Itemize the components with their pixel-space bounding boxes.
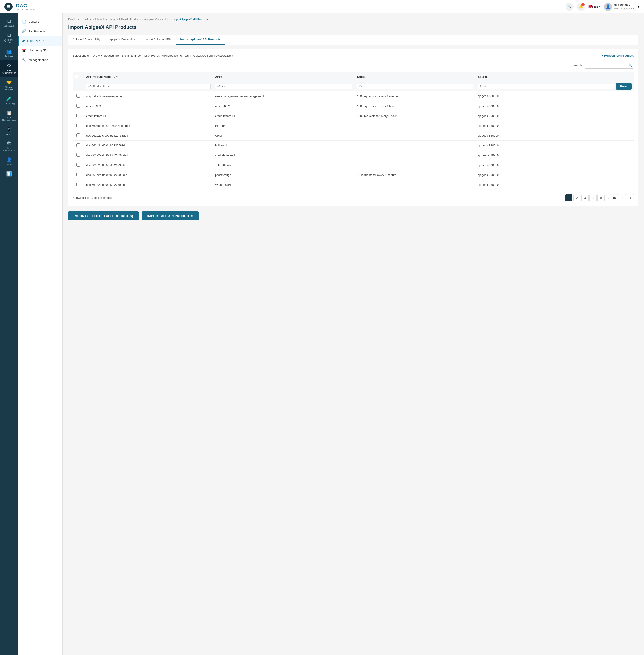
pagination-row: Showing 1 to 10 of 146 entries 1 2 3 4 5… — [73, 194, 634, 202]
table-row: dac-661e2efdfd0afb2820798de1 credit-lett… — [73, 150, 634, 160]
user-text: Hi Swetha V swetha.v@digitala... — [614, 3, 636, 10]
sidebar-item-reports[interactable]: 📊 — [0, 168, 18, 180]
sidebar-label-partners: Partners — [5, 55, 13, 58]
row-checkbox-8[interactable] — [76, 173, 80, 177]
row-apis-8: passthrough — [213, 170, 355, 180]
tab-import-apis[interactable]: Import ApigeeX APIs — [140, 34, 176, 45]
second-sidebar-item-management-a[interactable]: 🔧 Management A... — [18, 55, 62, 65]
second-sidebar-label-management-a: Management A... — [29, 59, 50, 62]
language-selector[interactable]: 🇬🇧 EN ▾ — [588, 4, 601, 9]
row-source-6: apigeex-330910 — [476, 150, 634, 160]
row-checkbox-4[interactable] — [76, 134, 80, 137]
table-row: dac-661e2efffd0afb2820798dea sof-authori… — [73, 160, 634, 170]
row-checkbox-9[interactable] — [76, 183, 80, 186]
description-row: Select one or more API products from the… — [73, 54, 634, 57]
second-sidebar-item-upcoming-api[interactable]: 📅 Upcoming API ... — [18, 46, 62, 55]
filter-checkbox-cell — [73, 82, 84, 91]
sidebar-item-dashboard[interactable]: ⊞ Dashboard — [0, 16, 18, 30]
page-btn-3[interactable]: 3 — [581, 194, 589, 202]
user-info[interactable]: 👤 Hi Swetha V swetha.v@digitala... ▾ — [604, 3, 640, 11]
row-checkbox-cell-3 — [73, 121, 84, 131]
filter-apis-cell — [213, 82, 355, 91]
row-checkbox-cell-8 — [73, 170, 84, 180]
notification-button[interactable]: 🔔 0 — [577, 3, 585, 11]
search-magnifier-icon: 🔍 — [628, 64, 632, 67]
filter-quota-cell — [355, 82, 476, 91]
row-checkbox-0[interactable] — [76, 94, 80, 98]
user-email: swetha.v@digitala... — [614, 7, 636, 10]
header-quota: Quota — [355, 72, 476, 82]
table-row: dac-661e2efdfd0afb2820798ddb helloworld … — [73, 140, 634, 150]
second-sidebar-item-import-apis[interactable]: ⟳ Import APIs /... — [18, 36, 62, 46]
row-checkbox-1[interactable] — [76, 104, 80, 108]
page-btn-15[interactable]: 15 — [611, 194, 618, 202]
page-btn-2[interactable]: 2 — [573, 194, 580, 202]
table-row: dac-661e2efffd0afb2820798def WeatherAPI … — [73, 180, 634, 190]
second-sidebar-item-api-products[interactable]: 🔗 API Products — [18, 26, 62, 36]
manage-partners-icon: 🤝 — [6, 79, 12, 85]
select-all-checkbox[interactable] — [75, 75, 78, 78]
sidebar-item-partners[interactable]: 👥 Partners — [0, 46, 18, 60]
row-source-9: apigeex-330910 — [476, 180, 634, 190]
import-all-button[interactable]: Import All API Products — [142, 211, 199, 220]
filter-api-product-name-cell — [84, 82, 213, 91]
row-source-1: apigeex-330910 — [476, 101, 634, 111]
sidebar-item-api-testing[interactable]: 🧪 API Testing — [0, 93, 18, 108]
breadcrumb-dashboard[interactable]: Dashboard — [68, 18, 82, 21]
table-header-row: API Product Name ▲▼ API(s) Quota Source — [73, 72, 634, 82]
row-checkbox-3[interactable] — [76, 124, 80, 127]
breadcrumb-api-administration[interactable]: API Administration — [85, 18, 107, 21]
search-input[interactable] — [585, 62, 634, 69]
row-apis-4: CRM — [213, 131, 355, 140]
filter-apis[interactable] — [215, 84, 352, 89]
hamburger-button[interactable]: ☰ — [4, 3, 13, 11]
page-last-btn[interactable]: » — [627, 194, 634, 202]
table-row: dac-660d58c5c5e126347cbd2d1e PetStore ap… — [73, 121, 634, 131]
filter-source[interactable] — [478, 84, 614, 89]
row-api-product-name-7: dac-661e2efffd0afb2820798dea — [84, 160, 213, 170]
refresh-icon: ⟳ — [601, 54, 603, 57]
row-checkbox-2[interactable] — [76, 114, 80, 117]
tab-credentials[interactable]: ApigeeX Credentials — [105, 34, 140, 45]
row-source-7: apigeex-330910 — [476, 160, 634, 170]
second-sidebar-item-content[interactable]: 📄 Content — [18, 17, 62, 26]
refresh-link[interactable]: ⟳ Refresh API Products — [601, 54, 634, 57]
page-btn-1[interactable]: 1 — [565, 194, 572, 202]
sidebar-item-site-administration[interactable]: 🏛 Site Administration — [0, 138, 18, 155]
reset-button[interactable]: Reset — [616, 83, 632, 90]
breadcrumb-sep-1: › — [83, 18, 84, 21]
sidebar-item-api-administration[interactable]: ⚙ API Administration — [0, 60, 18, 77]
tab-connectivity[interactable]: ApigeeX Connectivity — [68, 34, 105, 45]
breadcrumb-import-apis[interactable]: Import APIs/API Products — [111, 18, 141, 21]
sidebar-item-apis-products[interactable]: ⊡ APIs and Products — [0, 30, 18, 46]
import-selected-button[interactable]: Import Selected API Product(S) — [68, 211, 139, 220]
breadcrumb-sep-4: › — [171, 18, 172, 21]
tab-import-api-products[interactable]: Import ApigeeX API Products — [176, 34, 225, 45]
user-greeting: Hi Swetha V — [614, 3, 636, 7]
flag-icon: 🇬🇧 — [588, 4, 593, 9]
sidebar-item-apps[interactable]: 📱 Apps — [0, 124, 18, 138]
page-btn-5[interactable]: 5 — [597, 194, 605, 202]
row-api-product-name-0: apiproduct-user-management — [84, 91, 213, 101]
row-checkbox-5[interactable] — [76, 143, 80, 147]
sidebar-item-api-subscriptions[interactable]: 📋 API Subscriptions — [0, 108, 18, 124]
search-button[interactable]: 🔍 — [566, 3, 574, 11]
page-next-btn[interactable]: › — [619, 194, 626, 202]
filter-api-product-name[interactable] — [86, 84, 211, 89]
breadcrumb-sep-3: › — [142, 18, 143, 21]
page-btn-4[interactable]: 4 — [590, 194, 597, 202]
sidebar-label-api-subscriptions: API Subscriptions — [1, 116, 17, 121]
row-checkbox-6[interactable] — [76, 153, 80, 157]
header-api-product-name[interactable]: API Product Name ▲▼ — [84, 72, 213, 82]
row-apis-0: user-management, user-management — [213, 91, 355, 101]
sidebar-item-users[interactable]: 👤 Users — [0, 155, 18, 168]
dashboard-icon: ⊞ — [7, 18, 11, 24]
filter-quota[interactable] — [357, 84, 473, 89]
footer-buttons: Import Selected API Product(S) Import Al… — [68, 211, 638, 220]
sidebar-item-manage-partners[interactable]: 🤝 Manage Partners — [0, 77, 18, 93]
row-source-2: apigeex-330910 — [476, 111, 634, 121]
breadcrumb-apigeex-connectivity[interactable]: ApigeeX Connectivity — [144, 18, 170, 21]
tabs: ApigeeX Connectivity ApigeeX Credentials… — [68, 34, 638, 45]
breadcrumb: Dashboard › API Administration › Import … — [68, 18, 638, 21]
row-checkbox-7[interactable] — [76, 163, 80, 167]
